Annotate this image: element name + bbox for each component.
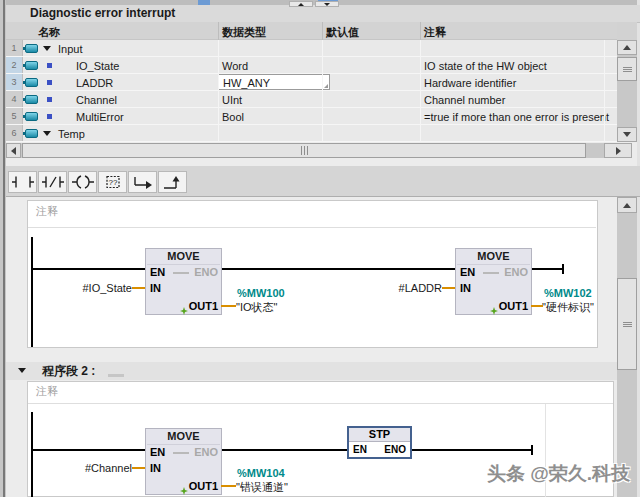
section-name[interactable]: Temp — [58, 128, 85, 140]
network2-comment-placeholder[interactable]: 注释 — [36, 385, 58, 397]
var-type[interactable]: UInt — [222, 94, 242, 106]
column-header-data-type[interactable]: 数据类型 — [222, 26, 266, 38]
toolbar-close-branch-button[interactable] — [158, 171, 187, 193]
scroll-left-button[interactable] — [6, 143, 21, 158]
table-row-iostate[interactable]: 2 IO_State Word IO state of the HW objec… — [6, 57, 617, 74]
wire — [31, 268, 145, 270]
var-name[interactable]: Channel — [76, 94, 117, 106]
add-output-star-icon[interactable] — [490, 301, 498, 319]
connector-stub — [132, 287, 145, 289]
table-row-laddr[interactable]: 3 LADDR HW_ANY Hardware identifier — [6, 74, 617, 91]
table-vscroll-thumb[interactable] — [617, 57, 637, 81]
symbol-io-state[interactable]: "IO状态" — [236, 300, 277, 315]
toolbar-normally-closed-contact-button[interactable] — [38, 171, 67, 193]
block-title: MOVE — [146, 250, 221, 262]
en-eno-dash — [173, 272, 189, 274]
add-output-star-icon[interactable] — [180, 301, 188, 319]
section-name[interactable]: Input — [58, 43, 82, 55]
var-comment[interactable]: Channel number — [424, 94, 505, 106]
wire — [531, 268, 563, 270]
address-mw102[interactable]: %MW102 — [544, 287, 592, 299]
expand-arrow-icon[interactable] — [43, 46, 51, 51]
var-comment[interactable]: =true if more than one error is present — [424, 111, 609, 123]
network1-comment-placeholder[interactable]: 注释 — [36, 205, 58, 217]
editor-vscroll-thumb[interactable] — [617, 278, 637, 370]
grip-icon — [301, 146, 308, 155]
table-row-temp[interactable]: 6 Temp — [6, 125, 617, 142]
title-separator — [147, 264, 220, 265]
row-number[interactable]: 6 — [6, 125, 23, 141]
scroll-up-button[interactable] — [617, 197, 637, 213]
scroll-up-button[interactable] — [617, 40, 637, 55]
move-block-3[interactable]: MOVE EN ENO IN OUT1 — [145, 428, 222, 495]
connector-stub — [221, 485, 236, 487]
column-separator — [322, 40, 323, 142]
table-row-channel[interactable]: 4 Channel UInt Channel number — [6, 91, 617, 108]
collapse-arrow-icon[interactable] — [18, 368, 26, 373]
var-comment[interactable]: IO state of the HW object — [424, 60, 547, 72]
var-type[interactable]: HW_ANY — [223, 77, 270, 89]
block-title: MOVE — [456, 250, 531, 262]
table-row-multierror[interactable]: 5 MultiError Bool =true if more than one… — [6, 108, 617, 125]
move-block-1[interactable]: MOVE EN ENO IN OUT1 — [145, 248, 222, 315]
bullet-icon — [47, 80, 52, 85]
rung-end-icon — [562, 264, 564, 274]
operand-io-state[interactable]: #IO_State — [56, 282, 132, 294]
column-separator — [420, 22, 421, 40]
toolbar-coil-button[interactable] — [68, 171, 97, 193]
empty-box-icon: ?? — [101, 175, 125, 189]
add-output-star-icon[interactable] — [180, 481, 188, 497]
en-pin-label: EN — [460, 266, 475, 278]
row-number[interactable]: 3 — [6, 74, 23, 90]
address-mw104[interactable]: %MW104 — [237, 467, 285, 479]
collapse-up-button[interactable] — [289, 1, 313, 7]
network-title-placeholder[interactable] — [108, 374, 124, 377]
collapse-down-button[interactable] — [315, 1, 339, 7]
out1-pin-label: OUT1 — [189, 300, 218, 312]
var-type[interactable]: Bool — [222, 111, 244, 123]
watermark: 头条 @荣久.科技 — [458, 461, 630, 487]
in-pin-label: IN — [150, 462, 161, 474]
en-eno-dash — [173, 452, 189, 454]
operand-laddr[interactable]: #LADDR — [366, 282, 442, 294]
down-arrow-icon — [324, 3, 330, 6]
network2-header[interactable]: 程序段 2 : — [6, 362, 617, 380]
var-name[interactable]: LADDR — [76, 77, 113, 89]
address-mw100[interactable]: %MW100 — [237, 287, 285, 299]
open-branch-icon — [131, 175, 155, 190]
toolbar-normally-open-contact-button[interactable] — [8, 171, 37, 193]
connector-stub — [442, 287, 455, 289]
row-number[interactable]: 2 — [6, 57, 23, 73]
power-rail — [31, 237, 33, 347]
column-header-comment[interactable]: 注释 — [424, 26, 446, 38]
table-hscroll-thumb[interactable] — [22, 143, 586, 158]
var-comment[interactable]: Hardware identifier — [424, 77, 516, 89]
type-cell-selected[interactable]: HW_ANY — [218, 74, 330, 90]
variable-icon — [25, 129, 38, 138]
var-type[interactable]: Word — [222, 60, 248, 72]
toolbar-open-branch-button[interactable] — [128, 171, 157, 193]
scroll-down-button[interactable] — [617, 127, 637, 142]
block-title: STP — [349, 428, 410, 442]
stp-block[interactable]: STP EN ENO — [347, 426, 412, 459]
down-arrow-icon — [623, 132, 631, 137]
var-name[interactable]: MultiError — [76, 111, 124, 123]
operand-channel[interactable]: #Channel — [56, 462, 132, 474]
column-separator — [218, 22, 219, 40]
move-block-2[interactable]: MOVE EN ENO IN OUT1 — [455, 248, 532, 315]
network2-title[interactable]: 程序段 2 : — [42, 365, 95, 377]
row-number[interactable]: 4 — [6, 91, 23, 107]
table-row-input[interactable]: 1 Input — [6, 40, 617, 57]
expand-arrow-icon[interactable] — [43, 131, 51, 136]
scroll-right-button[interactable] — [604, 143, 632, 158]
symbol-hw-id[interactable]: "硬件标识" — [542, 300, 594, 315]
eno-pin-label: ENO — [194, 266, 218, 278]
toolbar-empty-box-button[interactable]: ?? — [98, 171, 127, 193]
power-rail — [31, 412, 33, 497]
row-number[interactable]: 1 — [6, 40, 23, 56]
var-name[interactable]: IO_State — [76, 60, 119, 72]
symbol-error-channel[interactable]: "错误通道" — [236, 480, 288, 495]
column-header-name[interactable]: 名称 — [38, 26, 60, 38]
column-header-default[interactable]: 默认值 — [326, 26, 359, 38]
row-number[interactable]: 5 — [6, 108, 23, 124]
